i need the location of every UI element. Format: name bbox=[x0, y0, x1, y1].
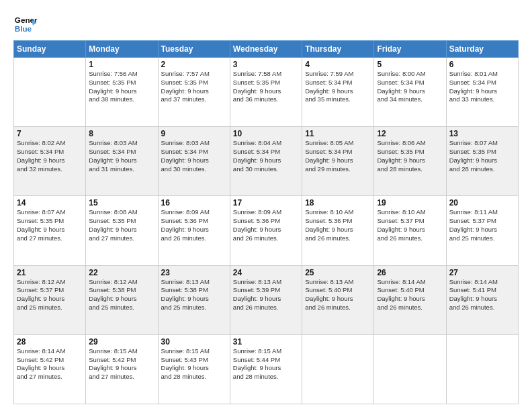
calendar-cell: 17Sunrise: 8:09 AM Sunset: 5:36 PM Dayli… bbox=[230, 196, 302, 265]
calendar-cell: 16Sunrise: 8:09 AM Sunset: 5:36 PM Dayli… bbox=[158, 196, 230, 265]
day-info: Sunrise: 8:07 AM Sunset: 5:35 PM Dayligh… bbox=[449, 139, 515, 173]
day-info: Sunrise: 8:13 AM Sunset: 5:38 PM Dayligh… bbox=[161, 278, 227, 312]
weekday-header-monday: Monday bbox=[86, 41, 158, 58]
day-number: 19 bbox=[377, 198, 443, 208]
day-number: 14 bbox=[17, 198, 83, 208]
weekday-header-wednesday: Wednesday bbox=[230, 41, 302, 58]
calendar-cell: 4Sunrise: 7:59 AM Sunset: 5:34 PM Daylig… bbox=[302, 58, 374, 127]
day-number: 18 bbox=[305, 198, 371, 208]
day-info: Sunrise: 8:07 AM Sunset: 5:35 PM Dayligh… bbox=[17, 208, 83, 242]
day-number: 10 bbox=[233, 129, 299, 138]
day-info: Sunrise: 8:06 AM Sunset: 5:35 PM Dayligh… bbox=[377, 139, 443, 173]
day-number: 23 bbox=[161, 268, 227, 277]
weekday-header-friday: Friday bbox=[374, 41, 446, 58]
calendar-cell: 2Sunrise: 7:57 AM Sunset: 5:35 PM Daylig… bbox=[158, 58, 230, 127]
day-info: Sunrise: 8:15 AM Sunset: 5:42 PM Dayligh… bbox=[89, 347, 154, 381]
day-info: Sunrise: 8:13 AM Sunset: 5:39 PM Dayligh… bbox=[233, 278, 299, 312]
calendar-cell: 18Sunrise: 8:10 AM Sunset: 5:36 PM Dayli… bbox=[302, 196, 374, 265]
calendar-cell: 1Sunrise: 7:56 AM Sunset: 5:35 PM Daylig… bbox=[86, 58, 158, 127]
page: General Blue SundayMondayTuesdayWednesda… bbox=[0, 0, 532, 411]
calendar-cell: 9Sunrise: 8:03 AM Sunset: 5:34 PM Daylig… bbox=[158, 127, 230, 196]
calendar-cell: 26Sunrise: 8:14 AM Sunset: 5:40 PM Dayli… bbox=[374, 265, 446, 334]
day-info: Sunrise: 8:08 AM Sunset: 5:35 PM Dayligh… bbox=[89, 208, 154, 242]
day-info: Sunrise: 8:09 AM Sunset: 5:36 PM Dayligh… bbox=[161, 208, 227, 242]
day-number: 13 bbox=[449, 129, 515, 138]
day-info: Sunrise: 8:15 AM Sunset: 5:44 PM Dayligh… bbox=[233, 347, 299, 381]
calendar-week-row: 1Sunrise: 7:56 AM Sunset: 5:35 PM Daylig… bbox=[14, 58, 519, 127]
day-info: Sunrise: 8:04 AM Sunset: 5:34 PM Dayligh… bbox=[233, 139, 299, 173]
day-number: 3 bbox=[233, 60, 299, 69]
day-number: 22 bbox=[89, 268, 154, 277]
calendar-cell: 31Sunrise: 8:15 AM Sunset: 5:44 PM Dayli… bbox=[230, 334, 302, 404]
weekday-header-thursday: Thursday bbox=[302, 41, 374, 58]
calendar-cell: 11Sunrise: 8:05 AM Sunset: 5:34 PM Dayli… bbox=[302, 127, 374, 196]
calendar-cell: 3Sunrise: 7:58 AM Sunset: 5:35 PM Daylig… bbox=[230, 58, 302, 127]
logo-icon: General Blue bbox=[13, 12, 38, 36]
day-info: Sunrise: 8:11 AM Sunset: 5:37 PM Dayligh… bbox=[449, 208, 515, 242]
day-info: Sunrise: 7:59 AM Sunset: 5:34 PM Dayligh… bbox=[305, 70, 371, 104]
svg-text:Blue: Blue bbox=[15, 24, 32, 33]
calendar-cell: 14Sunrise: 8:07 AM Sunset: 5:35 PM Dayli… bbox=[14, 196, 86, 265]
logo: General Blue bbox=[13, 12, 38, 36]
calendar-week-row: 21Sunrise: 8:12 AM Sunset: 5:37 PM Dayli… bbox=[14, 265, 519, 334]
calendar-cell: 27Sunrise: 8:14 AM Sunset: 5:41 PM Dayli… bbox=[446, 265, 518, 334]
day-number: 30 bbox=[161, 337, 227, 347]
header: General Blue bbox=[13, 12, 519, 36]
day-number: 17 bbox=[233, 198, 299, 208]
day-number: 8 bbox=[89, 129, 154, 138]
day-info: Sunrise: 8:10 AM Sunset: 5:36 PM Dayligh… bbox=[305, 208, 371, 242]
calendar-cell: 21Sunrise: 8:12 AM Sunset: 5:37 PM Dayli… bbox=[14, 265, 86, 334]
day-number: 15 bbox=[89, 198, 154, 208]
calendar-cell: 19Sunrise: 8:10 AM Sunset: 5:37 PM Dayli… bbox=[374, 196, 446, 265]
day-info: Sunrise: 8:03 AM Sunset: 5:34 PM Dayligh… bbox=[161, 139, 227, 173]
calendar-cell: 29Sunrise: 8:15 AM Sunset: 5:42 PM Dayli… bbox=[86, 334, 158, 404]
day-info: Sunrise: 8:03 AM Sunset: 5:34 PM Dayligh… bbox=[89, 139, 154, 173]
day-number: 5 bbox=[377, 60, 443, 69]
day-info: Sunrise: 8:05 AM Sunset: 5:34 PM Dayligh… bbox=[305, 139, 371, 173]
day-info: Sunrise: 8:02 AM Sunset: 5:34 PM Dayligh… bbox=[17, 139, 83, 173]
calendar-cell: 22Sunrise: 8:12 AM Sunset: 5:38 PM Dayli… bbox=[86, 265, 158, 334]
calendar-cell: 28Sunrise: 8:14 AM Sunset: 5:42 PM Dayli… bbox=[14, 334, 86, 404]
day-info: Sunrise: 8:12 AM Sunset: 5:37 PM Dayligh… bbox=[17, 278, 83, 312]
day-info: Sunrise: 8:09 AM Sunset: 5:36 PM Dayligh… bbox=[233, 208, 299, 242]
day-number: 9 bbox=[161, 129, 227, 138]
calendar-cell: 7Sunrise: 8:02 AM Sunset: 5:34 PM Daylig… bbox=[14, 127, 86, 196]
calendar-cell: 23Sunrise: 8:13 AM Sunset: 5:38 PM Dayli… bbox=[158, 265, 230, 334]
day-number: 12 bbox=[377, 129, 443, 138]
day-info: Sunrise: 8:12 AM Sunset: 5:38 PM Dayligh… bbox=[89, 278, 154, 312]
day-number: 31 bbox=[233, 337, 299, 347]
day-number: 20 bbox=[449, 198, 515, 208]
calendar-week-row: 7Sunrise: 8:02 AM Sunset: 5:34 PM Daylig… bbox=[14, 127, 519, 196]
calendar-table: SundayMondayTuesdayWednesdayThursdayFrid… bbox=[13, 40, 519, 404]
day-info: Sunrise: 8:14 AM Sunset: 5:40 PM Dayligh… bbox=[377, 278, 443, 312]
day-number: 6 bbox=[449, 60, 515, 69]
day-number: 28 bbox=[17, 337, 83, 347]
day-number: 4 bbox=[305, 60, 371, 69]
day-info: Sunrise: 7:56 AM Sunset: 5:35 PM Dayligh… bbox=[89, 70, 154, 104]
day-info: Sunrise: 8:15 AM Sunset: 5:43 PM Dayligh… bbox=[161, 347, 227, 381]
calendar-cell: 13Sunrise: 8:07 AM Sunset: 5:35 PM Dayli… bbox=[446, 127, 518, 196]
weekday-header-saturday: Saturday bbox=[446, 41, 518, 58]
calendar-cell: 6Sunrise: 8:01 AM Sunset: 5:34 PM Daylig… bbox=[446, 58, 518, 127]
calendar-cell bbox=[302, 334, 374, 404]
calendar-cell: 5Sunrise: 8:00 AM Sunset: 5:34 PM Daylig… bbox=[374, 58, 446, 127]
calendar-cell bbox=[374, 334, 446, 404]
day-info: Sunrise: 8:13 AM Sunset: 5:40 PM Dayligh… bbox=[305, 278, 371, 312]
calendar-cell: 10Sunrise: 8:04 AM Sunset: 5:34 PM Dayli… bbox=[230, 127, 302, 196]
day-number: 27 bbox=[449, 268, 515, 277]
day-number: 7 bbox=[17, 129, 83, 138]
day-number: 1 bbox=[89, 60, 154, 69]
day-number: 11 bbox=[305, 129, 371, 138]
calendar-cell: 8Sunrise: 8:03 AM Sunset: 5:34 PM Daylig… bbox=[86, 127, 158, 196]
day-number: 16 bbox=[161, 198, 227, 208]
calendar-cell: 20Sunrise: 8:11 AM Sunset: 5:37 PM Dayli… bbox=[446, 196, 518, 265]
day-number: 24 bbox=[233, 268, 299, 277]
day-number: 21 bbox=[17, 268, 83, 277]
day-info: Sunrise: 7:58 AM Sunset: 5:35 PM Dayligh… bbox=[233, 70, 299, 104]
calendar-cell: 25Sunrise: 8:13 AM Sunset: 5:40 PM Dayli… bbox=[302, 265, 374, 334]
calendar-cell bbox=[446, 334, 518, 404]
day-number: 2 bbox=[161, 60, 227, 69]
day-info: Sunrise: 8:01 AM Sunset: 5:34 PM Dayligh… bbox=[449, 70, 515, 104]
calendar-cell: 24Sunrise: 8:13 AM Sunset: 5:39 PM Dayli… bbox=[230, 265, 302, 334]
weekday-header-row: SundayMondayTuesdayWednesdayThursdayFrid… bbox=[14, 41, 519, 58]
